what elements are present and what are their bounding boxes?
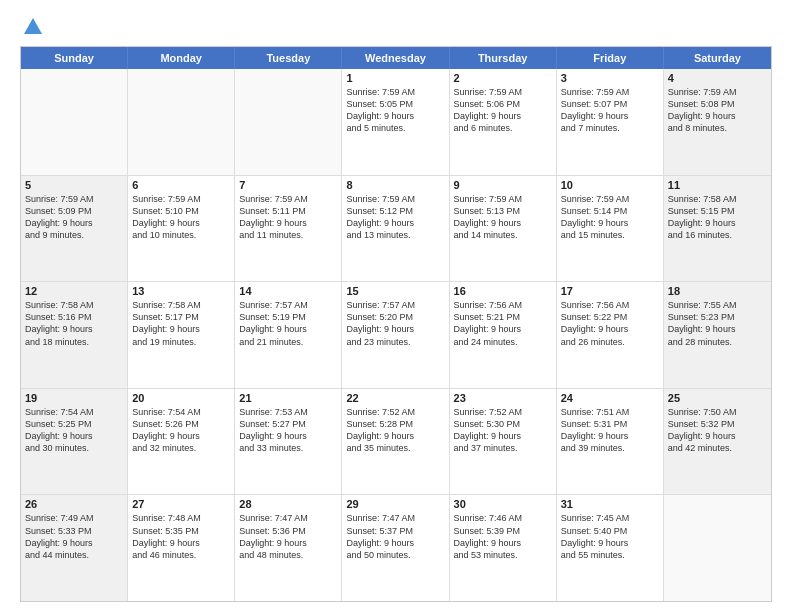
calendar-cell: 22Sunrise: 7:52 AMSunset: 5:28 PMDayligh… — [342, 389, 449, 495]
cell-info-line: and 23 minutes. — [346, 336, 444, 348]
cell-info-line: Sunset: 5:15 PM — [668, 205, 767, 217]
cell-info-line: Sunrise: 7:46 AM — [454, 512, 552, 524]
cell-info-line: Sunrise: 7:49 AM — [25, 512, 123, 524]
calendar-cell: 8Sunrise: 7:59 AMSunset: 5:12 PMDaylight… — [342, 176, 449, 282]
cell-info-line: Daylight: 9 hours — [132, 430, 230, 442]
cell-info-line: and 21 minutes. — [239, 336, 337, 348]
cell-info-line: and 9 minutes. — [25, 229, 123, 241]
cell-info-line: Sunset: 5:23 PM — [668, 311, 767, 323]
cell-info-line: Daylight: 9 hours — [561, 430, 659, 442]
logo — [20, 16, 44, 38]
calendar-cell: 17Sunrise: 7:56 AMSunset: 5:22 PMDayligh… — [557, 282, 664, 388]
cell-info-line: Sunset: 5:28 PM — [346, 418, 444, 430]
cell-info-line: Daylight: 9 hours — [561, 537, 659, 549]
calendar: SundayMondayTuesdayWednesdayThursdayFrid… — [20, 46, 772, 602]
calendar-cell: 12Sunrise: 7:58 AMSunset: 5:16 PMDayligh… — [21, 282, 128, 388]
cell-info-line: Sunrise: 7:52 AM — [346, 406, 444, 418]
calendar-cell: 27Sunrise: 7:48 AMSunset: 5:35 PMDayligh… — [128, 495, 235, 601]
cell-info-line: and 35 minutes. — [346, 442, 444, 454]
cell-info-line: Daylight: 9 hours — [25, 217, 123, 229]
cell-info-line: Daylight: 9 hours — [561, 323, 659, 335]
calendar-cell: 3Sunrise: 7:59 AMSunset: 5:07 PMDaylight… — [557, 69, 664, 175]
day-number: 21 — [239, 392, 337, 404]
cell-info-line: Daylight: 9 hours — [454, 537, 552, 549]
cell-info-line: and 28 minutes. — [668, 336, 767, 348]
day-number: 28 — [239, 498, 337, 510]
cell-info-line: and 39 minutes. — [561, 442, 659, 454]
cell-info-line: Sunrise: 7:59 AM — [561, 86, 659, 98]
calendar-cell: 16Sunrise: 7:56 AMSunset: 5:21 PMDayligh… — [450, 282, 557, 388]
cell-info-line: Daylight: 9 hours — [25, 430, 123, 442]
cell-info-line: Sunrise: 7:54 AM — [132, 406, 230, 418]
calendar-cell: 21Sunrise: 7:53 AMSunset: 5:27 PMDayligh… — [235, 389, 342, 495]
cell-info-line: Sunrise: 7:55 AM — [668, 299, 767, 311]
day-number: 2 — [454, 72, 552, 84]
cell-info-line: Sunset: 5:08 PM — [668, 98, 767, 110]
calendar-header-cell: Sunday — [21, 47, 128, 69]
cell-info-line: and 50 minutes. — [346, 549, 444, 561]
cell-info-line: Sunrise: 7:59 AM — [346, 86, 444, 98]
cell-info-line: and 46 minutes. — [132, 549, 230, 561]
cell-info-line: Sunrise: 7:48 AM — [132, 512, 230, 524]
svg-marker-0 — [24, 18, 42, 34]
cell-info-line: Daylight: 9 hours — [132, 217, 230, 229]
cell-info-line: Sunset: 5:12 PM — [346, 205, 444, 217]
cell-info-line: and 6 minutes. — [454, 122, 552, 134]
calendar-week-row: 5Sunrise: 7:59 AMSunset: 5:09 PMDaylight… — [21, 176, 771, 283]
cell-info-line: Daylight: 9 hours — [668, 110, 767, 122]
cell-info-line: Daylight: 9 hours — [132, 537, 230, 549]
cell-info-line: Sunset: 5:37 PM — [346, 525, 444, 537]
cell-info-line: Sunset: 5:05 PM — [346, 98, 444, 110]
cell-info-line: and 5 minutes. — [346, 122, 444, 134]
cell-info-line: Sunset: 5:16 PM — [25, 311, 123, 323]
cell-info-line: Daylight: 9 hours — [454, 217, 552, 229]
cell-info-line: and 30 minutes. — [25, 442, 123, 454]
cell-info-line: and 18 minutes. — [25, 336, 123, 348]
cell-info-line: and 26 minutes. — [561, 336, 659, 348]
cell-info-line: Sunset: 5:39 PM — [454, 525, 552, 537]
cell-info-line: Daylight: 9 hours — [346, 323, 444, 335]
cell-info-line: Sunset: 5:21 PM — [454, 311, 552, 323]
day-number: 10 — [561, 179, 659, 191]
cell-info-line: Daylight: 9 hours — [346, 430, 444, 442]
cell-info-line: Sunset: 5:14 PM — [561, 205, 659, 217]
cell-info-line: Sunrise: 7:59 AM — [454, 86, 552, 98]
cell-info-line: Sunrise: 7:59 AM — [346, 193, 444, 205]
cell-info-line: Sunrise: 7:45 AM — [561, 512, 659, 524]
calendar-cell: 4Sunrise: 7:59 AMSunset: 5:08 PMDaylight… — [664, 69, 771, 175]
cell-info-line: Sunset: 5:22 PM — [561, 311, 659, 323]
calendar-cell: 1Sunrise: 7:59 AMSunset: 5:05 PMDaylight… — [342, 69, 449, 175]
day-number: 1 — [346, 72, 444, 84]
day-number: 13 — [132, 285, 230, 297]
cell-info-line: and 7 minutes. — [561, 122, 659, 134]
cell-info-line: Sunset: 5:30 PM — [454, 418, 552, 430]
cell-info-line: Sunrise: 7:50 AM — [668, 406, 767, 418]
cell-info-line: Daylight: 9 hours — [561, 217, 659, 229]
calendar-cell: 20Sunrise: 7:54 AMSunset: 5:26 PMDayligh… — [128, 389, 235, 495]
cell-info-line: Sunrise: 7:57 AM — [239, 299, 337, 311]
day-number: 29 — [346, 498, 444, 510]
cell-info-line: Daylight: 9 hours — [561, 110, 659, 122]
cell-info-line: Sunrise: 7:58 AM — [668, 193, 767, 205]
cell-info-line: Daylight: 9 hours — [132, 323, 230, 335]
day-number: 23 — [454, 392, 552, 404]
day-number: 9 — [454, 179, 552, 191]
day-number: 20 — [132, 392, 230, 404]
cell-info-line: Daylight: 9 hours — [239, 537, 337, 549]
calendar-header-cell: Saturday — [664, 47, 771, 69]
day-number: 22 — [346, 392, 444, 404]
cell-info-line: Daylight: 9 hours — [239, 217, 337, 229]
cell-info-line: and 53 minutes. — [454, 549, 552, 561]
calendar-cell — [235, 69, 342, 175]
calendar-cell: 9Sunrise: 7:59 AMSunset: 5:13 PMDaylight… — [450, 176, 557, 282]
calendar-cell: 23Sunrise: 7:52 AMSunset: 5:30 PMDayligh… — [450, 389, 557, 495]
calendar-header-cell: Tuesday — [235, 47, 342, 69]
cell-info-line: and 33 minutes. — [239, 442, 337, 454]
cell-info-line: Sunrise: 7:47 AM — [346, 512, 444, 524]
calendar-cell — [664, 495, 771, 601]
cell-info-line: Sunrise: 7:52 AM — [454, 406, 552, 418]
cell-info-line: Sunset: 5:13 PM — [454, 205, 552, 217]
calendar-cell: 13Sunrise: 7:58 AMSunset: 5:17 PMDayligh… — [128, 282, 235, 388]
day-number: 6 — [132, 179, 230, 191]
calendar-cell: 6Sunrise: 7:59 AMSunset: 5:10 PMDaylight… — [128, 176, 235, 282]
